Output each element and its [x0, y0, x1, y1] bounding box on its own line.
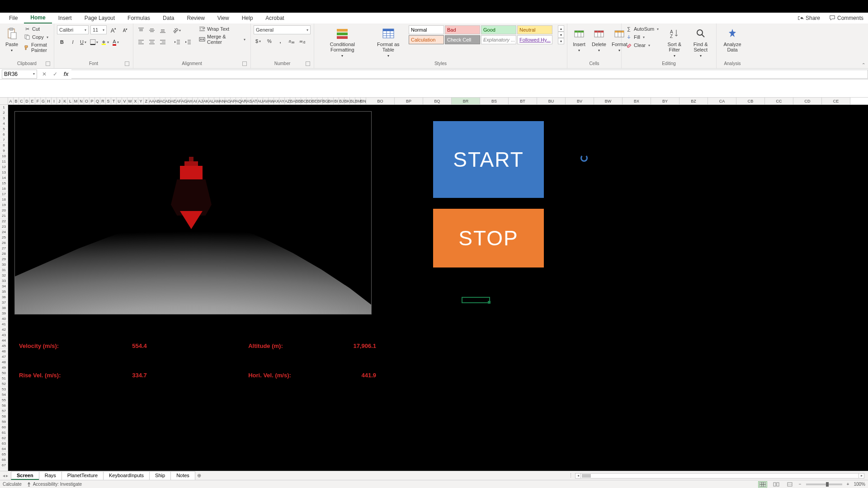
column-header[interactable]: AA — [149, 98, 155, 104]
row-header[interactable]: 25 — [0, 235, 8, 240]
column-header[interactable]: BN — [361, 98, 366, 104]
column-header[interactable]: BY — [651, 98, 679, 104]
row-header[interactable]: 21 — [0, 213, 8, 219]
insert-function-button[interactable]: fx — [61, 71, 71, 77]
row-header[interactable]: 43 — [0, 333, 8, 338]
horizontal-scrollbar[interactable]: ◂▸ — [575, 473, 864, 479]
find-select-button[interactable]: Find & Select▾ — [688, 25, 713, 60]
comments-button[interactable]: Comments — [825, 14, 868, 23]
accounting-format-button[interactable]: $▾ — [254, 36, 264, 46]
row-header[interactable]: 2 — [0, 110, 8, 116]
bold-button[interactable]: B — [57, 37, 67, 47]
row-header[interactable]: 12 — [0, 164, 8, 170]
row-header[interactable]: 37 — [0, 300, 8, 305]
sheet-tab[interactable]: Ship — [149, 471, 171, 480]
sheet-tab[interactable]: PlanetTexture — [61, 471, 104, 480]
increase-indent-button[interactable] — [183, 37, 193, 47]
align-bottom-button[interactable] — [158, 25, 168, 35]
new-sheet-button[interactable]: ⊕ — [195, 473, 204, 479]
row-header[interactable]: 45 — [0, 343, 8, 349]
column-header[interactable]: AH — [187, 98, 193, 104]
clipboard-launcher[interactable] — [46, 61, 50, 66]
column-header[interactable]: P — [90, 98, 95, 104]
row-header[interactable]: 54 — [0, 392, 8, 398]
column-header[interactable]: BD — [307, 98, 312, 104]
row-header[interactable]: 31 — [0, 267, 8, 273]
shrink-font-button[interactable]: A▾ — [120, 25, 130, 35]
font-color-button[interactable]: A▾ — [111, 37, 121, 47]
column-header[interactable]: AK — [203, 98, 209, 104]
decrease-decimal-button[interactable]: .00.0 — [297, 36, 307, 46]
column-header[interactable]: AI — [193, 98, 198, 104]
tab-insert[interactable]: Insert — [52, 13, 78, 23]
view-page-layout-button[interactable] — [772, 481, 781, 488]
column-header[interactable]: Q — [95, 98, 100, 104]
row-header[interactable]: 9 — [0, 148, 8, 154]
column-header[interactable]: O — [84, 98, 90, 104]
gallery-up-button[interactable]: ▴ — [558, 25, 564, 32]
tab-home[interactable]: Home — [24, 13, 52, 23]
row-header[interactable]: 62 — [0, 436, 8, 441]
row-header[interactable]: 35 — [0, 289, 8, 295]
column-header[interactable]: AX — [274, 98, 279, 104]
row-header[interactable]: 49 — [0, 365, 8, 371]
row-header[interactable]: 20 — [0, 208, 8, 213]
row-header[interactable]: 23 — [0, 224, 8, 230]
row-header[interactable]: 61 — [0, 430, 8, 436]
merge-center-button[interactable]: Merge & Center▾ — [198, 33, 248, 45]
column-header[interactable]: AQ — [236, 98, 241, 104]
font-name-combo[interactable]: Calibri▾ — [57, 25, 89, 34]
border-button[interactable]: ▾ — [90, 37, 99, 47]
column-header[interactable]: BC — [301, 98, 307, 104]
sheet-tab[interactable]: Screen — [11, 471, 39, 480]
tab-data[interactable]: Data — [156, 13, 180, 23]
row-header[interactable]: 8 — [0, 143, 8, 148]
row-header[interactable]: 52 — [0, 381, 8, 387]
align-middle-button[interactable] — [147, 25, 157, 35]
clear-button[interactable]: Clear▾ — [624, 42, 661, 49]
column-header[interactable]: M — [73, 98, 79, 104]
row-header[interactable]: 22 — [0, 219, 8, 224]
column-header[interactable]: X — [133, 98, 138, 104]
column-header[interactable]: AC — [160, 98, 165, 104]
fill-button[interactable]: Fill▾ — [624, 33, 661, 41]
column-header[interactable]: AJ — [198, 98, 203, 104]
view-page-break-button[interactable] — [785, 481, 794, 488]
tab-page-layout[interactable]: Page Layout — [78, 13, 121, 23]
row-header[interactable]: 32 — [0, 273, 8, 278]
column-header[interactable]: BU — [537, 98, 566, 104]
style-cell[interactable]: Normal — [409, 25, 444, 34]
column-header[interactable]: J — [57, 98, 62, 104]
column-header[interactable]: AB — [155, 98, 160, 104]
formula-input[interactable] — [71, 70, 868, 79]
zoom-level[interactable]: 100% — [854, 482, 865, 487]
format-as-table-button[interactable]: Format as Table▾ — [370, 25, 407, 60]
start-button[interactable]: START — [433, 121, 544, 198]
underline-button[interactable]: U▾ — [79, 37, 89, 47]
row-header[interactable]: 56 — [0, 403, 8, 408]
column-header[interactable]: AS — [247, 98, 252, 104]
column-header[interactable]: AM — [214, 98, 220, 104]
style-cell[interactable]: Explanatory ... — [481, 35, 516, 44]
row-header[interactable]: 5 — [0, 127, 8, 132]
row-header[interactable]: 30 — [0, 262, 8, 267]
row-header[interactable]: 42 — [0, 327, 8, 333]
row-header[interactable]: 28 — [0, 251, 8, 257]
column-header[interactable]: C — [19, 98, 24, 104]
column-header[interactable]: BI — [334, 98, 339, 104]
column-header[interactable]: BW — [594, 98, 623, 104]
tab-file[interactable]: File — [3, 13, 24, 23]
style-cell[interactable]: Calculation — [409, 35, 444, 44]
row-header[interactable]: 38 — [0, 305, 8, 311]
column-header[interactable]: AY — [279, 98, 285, 104]
column-header[interactable]: BV — [566, 98, 594, 104]
autosum-button[interactable]: ∑AutoSum▾ — [624, 25, 661, 33]
enter-formula-button[interactable]: ✓ — [50, 71, 61, 77]
insert-cells-button[interactable]: Insert▾ — [570, 25, 588, 54]
format-painter-button[interactable]: Format Painter — [23, 42, 51, 53]
column-header[interactable]: AR — [241, 98, 247, 104]
row-header[interactable]: 16 — [0, 186, 8, 192]
row-header[interactable]: 59 — [0, 419, 8, 425]
column-header[interactable]: S — [106, 98, 111, 104]
grow-font-button[interactable]: A▴ — [108, 25, 118, 35]
